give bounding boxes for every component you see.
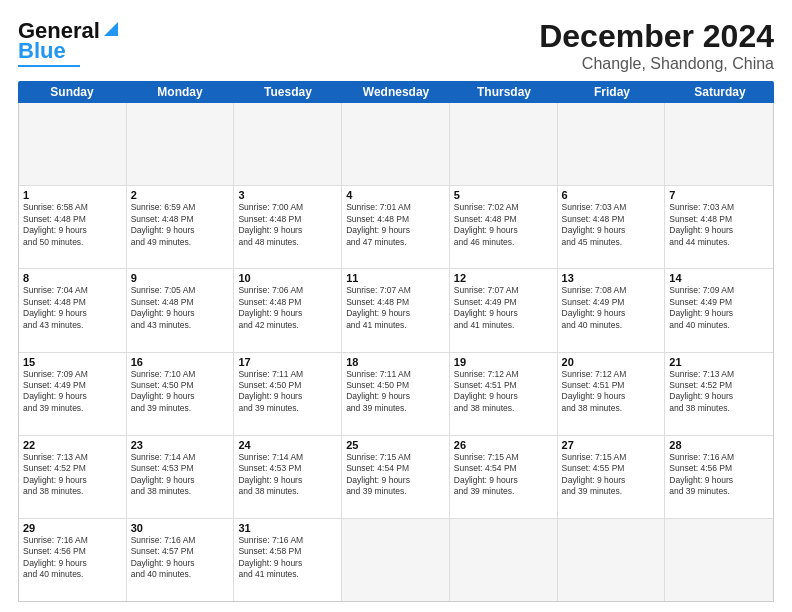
day-number: 14 [669, 272, 769, 284]
calendar-cell: 14Sunrise: 7:09 AM Sunset: 4:49 PM Dayli… [665, 269, 773, 351]
day-number: 11 [346, 272, 445, 284]
calendar-header: Sunday Monday Tuesday Wednesday Thursday… [18, 81, 774, 103]
dow-thursday: Thursday [450, 81, 558, 103]
logo-blue-text: Blue [18, 38, 66, 64]
day-number: 2 [131, 189, 230, 201]
day-number: 15 [23, 356, 122, 368]
calendar-cell: 26Sunrise: 7:15 AM Sunset: 4:54 PM Dayli… [450, 436, 558, 518]
cell-info: Sunrise: 7:13 AM Sunset: 4:52 PM Dayligh… [669, 369, 769, 415]
day-number: 27 [562, 439, 661, 451]
cell-info: Sunrise: 7:14 AM Sunset: 4:53 PM Dayligh… [131, 452, 230, 498]
calendar-cell: 21Sunrise: 7:13 AM Sunset: 4:52 PM Dayli… [665, 353, 773, 435]
calendar-cell: 12Sunrise: 7:07 AM Sunset: 4:49 PM Dayli… [450, 269, 558, 351]
cell-info: Sunrise: 7:07 AM Sunset: 4:49 PM Dayligh… [454, 285, 553, 331]
dow-wednesday: Wednesday [342, 81, 450, 103]
cell-info: Sunrise: 7:12 AM Sunset: 4:51 PM Dayligh… [562, 369, 661, 415]
subtitle: Changle, Shandong, China [539, 55, 774, 73]
cell-info: Sunrise: 7:00 AM Sunset: 4:48 PM Dayligh… [238, 202, 337, 248]
calendar-cell: 24Sunrise: 7:14 AM Sunset: 4:53 PM Dayli… [234, 436, 342, 518]
logo: General Blue [18, 18, 122, 67]
calendar-cell [558, 103, 666, 185]
day-number: 4 [346, 189, 445, 201]
cell-info: Sunrise: 7:13 AM Sunset: 4:52 PM Dayligh… [23, 452, 122, 498]
svg-marker-0 [104, 22, 118, 36]
day-number: 30 [131, 522, 230, 534]
day-number: 16 [131, 356, 230, 368]
calendar-row-0 [19, 103, 773, 186]
calendar-cell: 6Sunrise: 7:03 AM Sunset: 4:48 PM Daylig… [558, 186, 666, 268]
cell-info: Sunrise: 7:15 AM Sunset: 4:54 PM Dayligh… [454, 452, 553, 498]
cell-info: Sunrise: 7:16 AM Sunset: 4:56 PM Dayligh… [23, 535, 122, 581]
logo-underline [18, 65, 80, 67]
cell-info: Sunrise: 7:11 AM Sunset: 4:50 PM Dayligh… [346, 369, 445, 415]
calendar-cell [342, 103, 450, 185]
title-block: December 2024 Changle, Shandong, China [539, 18, 774, 73]
day-number: 10 [238, 272, 337, 284]
day-number: 6 [562, 189, 661, 201]
day-number: 17 [238, 356, 337, 368]
calendar-cell: 27Sunrise: 7:15 AM Sunset: 4:55 PM Dayli… [558, 436, 666, 518]
calendar-cell [665, 519, 773, 601]
cell-info: Sunrise: 7:02 AM Sunset: 4:48 PM Dayligh… [454, 202, 553, 248]
day-number: 23 [131, 439, 230, 451]
dow-monday: Monday [126, 81, 234, 103]
calendar-cell: 30Sunrise: 7:16 AM Sunset: 4:57 PM Dayli… [127, 519, 235, 601]
day-number: 12 [454, 272, 553, 284]
calendar-cell: 22Sunrise: 7:13 AM Sunset: 4:52 PM Dayli… [19, 436, 127, 518]
day-number: 18 [346, 356, 445, 368]
cell-info: Sunrise: 7:16 AM Sunset: 4:57 PM Dayligh… [131, 535, 230, 581]
calendar-cell: 2Sunrise: 6:59 AM Sunset: 4:48 PM Daylig… [127, 186, 235, 268]
calendar-row-5: 29Sunrise: 7:16 AM Sunset: 4:56 PM Dayli… [19, 519, 773, 601]
calendar-cell: 8Sunrise: 7:04 AM Sunset: 4:48 PM Daylig… [19, 269, 127, 351]
cell-info: Sunrise: 7:16 AM Sunset: 4:56 PM Dayligh… [669, 452, 769, 498]
calendar-cell: 29Sunrise: 7:16 AM Sunset: 4:56 PM Dayli… [19, 519, 127, 601]
cell-info: Sunrise: 7:11 AM Sunset: 4:50 PM Dayligh… [238, 369, 337, 415]
calendar-cell: 4Sunrise: 7:01 AM Sunset: 4:48 PM Daylig… [342, 186, 450, 268]
day-number: 22 [23, 439, 122, 451]
dow-tuesday: Tuesday [234, 81, 342, 103]
calendar-cell: 13Sunrise: 7:08 AM Sunset: 4:49 PM Dayli… [558, 269, 666, 351]
calendar-cell [234, 103, 342, 185]
day-number: 19 [454, 356, 553, 368]
day-number: 13 [562, 272, 661, 284]
calendar-cell: 28Sunrise: 7:16 AM Sunset: 4:56 PM Dayli… [665, 436, 773, 518]
calendar-cell: 11Sunrise: 7:07 AM Sunset: 4:48 PM Dayli… [342, 269, 450, 351]
calendar-cell: 9Sunrise: 7:05 AM Sunset: 4:48 PM Daylig… [127, 269, 235, 351]
day-number: 28 [669, 439, 769, 451]
calendar-body: 1Sunrise: 6:58 AM Sunset: 4:48 PM Daylig… [18, 103, 774, 602]
calendar-cell: 7Sunrise: 7:03 AM Sunset: 4:48 PM Daylig… [665, 186, 773, 268]
cell-info: Sunrise: 7:06 AM Sunset: 4:48 PM Dayligh… [238, 285, 337, 331]
day-number: 3 [238, 189, 337, 201]
calendar-cell: 16Sunrise: 7:10 AM Sunset: 4:50 PM Dayli… [127, 353, 235, 435]
dow-sunday: Sunday [18, 81, 126, 103]
day-number: 25 [346, 439, 445, 451]
cell-info: Sunrise: 7:15 AM Sunset: 4:54 PM Dayligh… [346, 452, 445, 498]
dow-friday: Friday [558, 81, 666, 103]
calendar-cell [127, 103, 235, 185]
header: General Blue December 2024 Changle, Shan… [18, 18, 774, 73]
calendar-cell [558, 519, 666, 601]
cell-info: Sunrise: 6:59 AM Sunset: 4:48 PM Dayligh… [131, 202, 230, 248]
calendar-cell: 18Sunrise: 7:11 AM Sunset: 4:50 PM Dayli… [342, 353, 450, 435]
calendar: Sunday Monday Tuesday Wednesday Thursday… [18, 81, 774, 602]
calendar-cell: 25Sunrise: 7:15 AM Sunset: 4:54 PM Dayli… [342, 436, 450, 518]
cell-info: Sunrise: 7:15 AM Sunset: 4:55 PM Dayligh… [562, 452, 661, 498]
cell-info: Sunrise: 7:09 AM Sunset: 4:49 PM Dayligh… [669, 285, 769, 331]
cell-info: Sunrise: 7:04 AM Sunset: 4:48 PM Dayligh… [23, 285, 122, 331]
cell-info: Sunrise: 7:08 AM Sunset: 4:49 PM Dayligh… [562, 285, 661, 331]
cell-info: Sunrise: 7:12 AM Sunset: 4:51 PM Dayligh… [454, 369, 553, 415]
cell-info: Sunrise: 7:09 AM Sunset: 4:49 PM Dayligh… [23, 369, 122, 415]
day-number: 31 [238, 522, 337, 534]
main-title: December 2024 [539, 18, 774, 55]
day-number: 5 [454, 189, 553, 201]
calendar-cell: 17Sunrise: 7:11 AM Sunset: 4:50 PM Dayli… [234, 353, 342, 435]
calendar-cell: 1Sunrise: 6:58 AM Sunset: 4:48 PM Daylig… [19, 186, 127, 268]
calendar-row-3: 15Sunrise: 7:09 AM Sunset: 4:49 PM Dayli… [19, 353, 773, 436]
calendar-cell [450, 103, 558, 185]
cell-info: Sunrise: 7:05 AM Sunset: 4:48 PM Dayligh… [131, 285, 230, 331]
day-number: 9 [131, 272, 230, 284]
day-number: 29 [23, 522, 122, 534]
calendar-cell: 10Sunrise: 7:06 AM Sunset: 4:48 PM Dayli… [234, 269, 342, 351]
day-number: 24 [238, 439, 337, 451]
calendar-row-4: 22Sunrise: 7:13 AM Sunset: 4:52 PM Dayli… [19, 436, 773, 519]
